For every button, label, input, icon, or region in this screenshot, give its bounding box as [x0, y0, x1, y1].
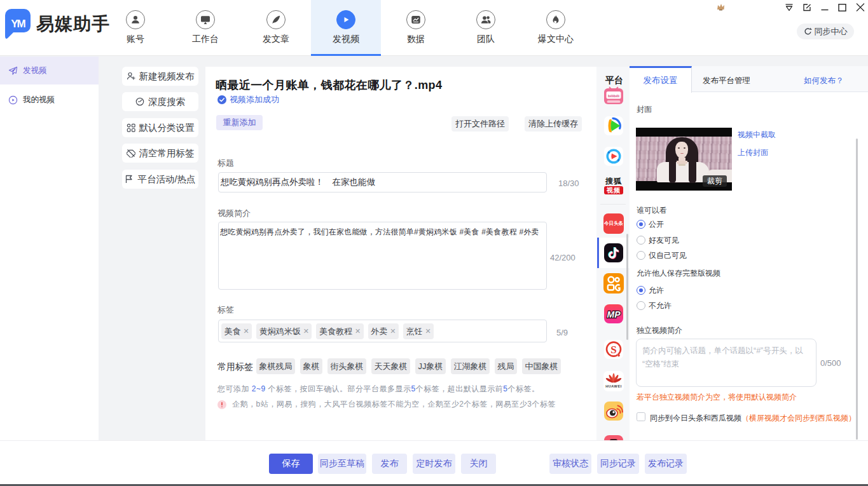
svg-text:bilibili: bilibili: [608, 93, 619, 98]
svg-text:S: S: [610, 344, 616, 356]
svg-text:YM: YM: [11, 18, 25, 30]
svg-text:MP: MP: [607, 309, 621, 320]
